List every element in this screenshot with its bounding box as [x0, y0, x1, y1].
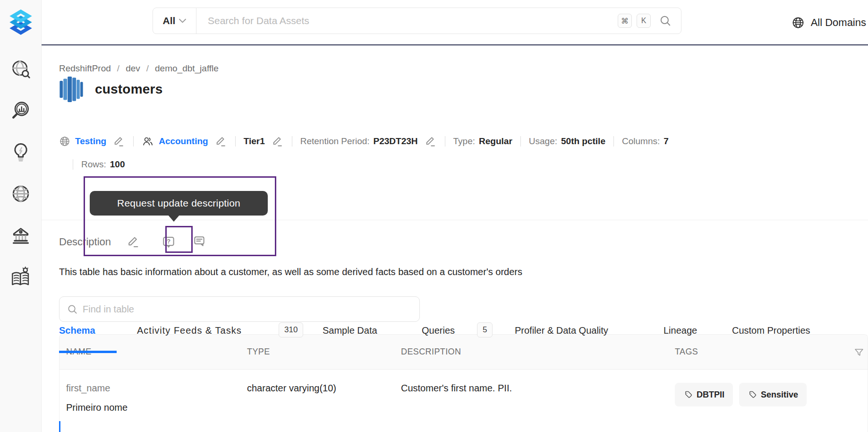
row-selection-indicator	[59, 421, 60, 432]
knowledge-book-icon	[10, 267, 32, 288]
type-value: Regular	[479, 136, 512, 147]
search-input[interactable]	[196, 15, 618, 26]
owner-team-icon	[142, 135, 154, 147]
app-page: All ⌘ K All Domains	[0, 0, 868, 432]
entity-meta-row: Testing Accounting Tier1	[59, 134, 669, 148]
find-in-table-input[interactable]	[83, 304, 412, 315]
columns-label: Columns:	[622, 136, 660, 147]
entity-meta-row-2: Rows: 100	[73, 158, 125, 171]
request-description-button[interactable]: ?	[161, 234, 176, 250]
tier-value: Tier1	[244, 136, 265, 147]
tab-queries[interactable]: Queries	[422, 325, 455, 336]
tab-custom-properties[interactable]: Custom Properties	[732, 325, 810, 336]
cell-tags: DBTPII Sensitive	[675, 383, 868, 432]
breadcrumb-separator: /	[117, 63, 119, 74]
tab-sample-data[interactable]: Sample Data	[323, 325, 377, 336]
search-icon[interactable]	[659, 15, 672, 27]
cell-type: character varying(10)	[247, 383, 401, 432]
search-icon	[67, 304, 78, 315]
breadcrumb-schema[interactable]: demo_dbt_jaffle	[155, 63, 219, 74]
divider	[235, 136, 236, 147]
tag-chip[interactable]: DBTPII	[675, 383, 733, 406]
edit-pencil-icon	[424, 135, 437, 148]
edit-pencil-icon	[126, 235, 140, 249]
tooltip-text: Request update description	[117, 198, 240, 209]
sidebar-item-govern[interactable]	[10, 225, 31, 246]
sidebar-nav	[10, 59, 32, 288]
breadcrumb-database[interactable]: dev	[126, 63, 140, 74]
cell-description: Customer's first name. PII.	[401, 383, 675, 432]
divider	[73, 159, 73, 170]
divider	[292, 136, 292, 147]
conversation-icon	[191, 234, 206, 250]
comments-button[interactable]	[191, 234, 206, 250]
search-scope-label: All	[163, 15, 176, 26]
tags-list: DBTPII Sensitive	[675, 383, 868, 406]
edit-tier-button[interactable]	[271, 135, 284, 148]
sidebar-item-explore[interactable]	[10, 59, 31, 79]
type-label: Type:	[453, 136, 475, 147]
edit-retention-button[interactable]	[424, 135, 437, 148]
tab-activity-feeds[interactable]: Activity Feeds & Tasks	[137, 325, 242, 336]
domains-globe-icon	[10, 183, 31, 204]
domain-globe-icon	[59, 136, 70, 147]
tab-lineage[interactable]: Lineage	[664, 325, 697, 336]
layers-logo-icon	[9, 9, 33, 36]
edit-pencil-icon	[271, 135, 284, 148]
usage-value: 50th pctile	[561, 136, 605, 147]
rows-label: Rows:	[81, 159, 106, 170]
tab-activity-feeds-badge[interactable]: 310	[279, 322, 303, 337]
chevron-down-icon	[179, 18, 186, 23]
tag-label: Sensitive	[761, 390, 798, 400]
col-header-type: TYPE	[247, 347, 401, 357]
tags-filter-button[interactable]	[853, 347, 865, 360]
col-header-tags: TAGS	[675, 347, 868, 357]
search-scope-dropdown[interactable]: All	[153, 8, 196, 34]
sidebar-item-observability[interactable]	[10, 100, 31, 121]
breadcrumb-service[interactable]: RedshiftProd	[59, 63, 111, 74]
sidebar-item-domains[interactable]	[10, 183, 31, 204]
edit-pencil-icon	[214, 135, 227, 148]
table-row[interactable]: first_name Primeiro nome character varyi…	[60, 370, 868, 432]
column-description: Customer's first name. PII.	[401, 383, 512, 393]
sidebar-item-knowledge[interactable]	[10, 267, 32, 288]
tag-label: DBTPII	[697, 390, 724, 400]
redshift-table-icon	[59, 76, 84, 103]
tooltip-arrow	[168, 215, 180, 222]
tag-chip[interactable]: Sensitive	[739, 383, 807, 406]
retention-value: P23DT23H	[374, 136, 418, 147]
edit-owner-button[interactable]	[214, 135, 227, 148]
domain-link[interactable]: Testing	[75, 136, 106, 147]
column-name[interactable]: first_name	[66, 383, 247, 394]
divider	[520, 136, 521, 147]
retention-label: Retention Period:	[300, 136, 370, 147]
app-logo[interactable]	[9, 0, 33, 45]
all-domains-label: All Domains	[811, 17, 866, 29]
govern-bank-icon	[10, 225, 31, 246]
find-in-table-box	[59, 296, 420, 322]
all-domains-selector[interactable]: All Domains	[791, 0, 867, 45]
edit-description-button[interactable]	[126, 235, 140, 249]
request-question-bubble-icon: ?	[161, 234, 176, 250]
tab-profiler[interactable]: Profiler & Data Quality	[515, 325, 608, 336]
sidebar-item-insights[interactable]	[10, 142, 31, 163]
k-keycap: K	[637, 14, 651, 28]
top-bar: All ⌘ K All Domains	[42, 0, 868, 45]
global-search-bar: All ⌘ K	[153, 8, 681, 34]
tab-queries-badge[interactable]: 5	[477, 322, 493, 337]
cmd-keycap: ⌘	[618, 14, 632, 28]
column-type: character varying(10)	[247, 383, 336, 393]
funnel-filter-icon	[853, 347, 865, 358]
column-display-name: Primeiro nome	[66, 402, 247, 413]
svg-text:?: ?	[167, 238, 170, 245]
tag-icon	[683, 390, 692, 399]
edit-domain-button[interactable]	[112, 135, 125, 148]
entity-header: customers	[59, 75, 162, 104]
main-content: RedshiftProd / dev / demo_dbt_jaffle cus…	[42, 45, 868, 432]
tab-schema[interactable]: Schema	[59, 325, 95, 336]
breadcrumb: RedshiftProd / dev / demo_dbt_jaffle	[59, 63, 219, 74]
divider	[613, 136, 614, 147]
owner-link[interactable]: Accounting	[159, 136, 208, 147]
col-header-description: DESCRIPTION	[401, 347, 675, 357]
tag-icon	[748, 390, 757, 399]
